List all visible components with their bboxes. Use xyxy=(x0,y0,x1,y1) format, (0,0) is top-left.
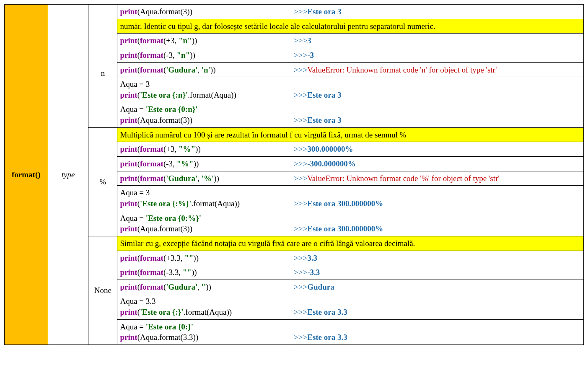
code-cell: Aqua = 3print('Este ora {:%}'.format(Aqu… xyxy=(117,186,291,211)
section-description: număr. Identic cu tipul g, dar folosește… xyxy=(117,19,584,34)
section-description: Multiplică numărul cu 100 și are rezulta… xyxy=(117,127,584,142)
code-cell: Aqua = 'Este ora {0:%}'print(Aqua.format… xyxy=(117,211,291,236)
output-cell: >>>300.000000% xyxy=(291,142,584,157)
code-token: 'n' xyxy=(202,65,210,74)
output-value: 3.3 xyxy=(307,254,317,262)
code-token: (-3.3, xyxy=(163,268,183,277)
code-token: )) xyxy=(206,282,211,291)
section-description-row: nnumăr. Identic cu tipul g, dar foloseșt… xyxy=(5,19,584,34)
output-cell: >>>3 xyxy=(291,34,584,48)
output-cell: >>>Este ora 3 xyxy=(291,102,584,127)
prompt: >>> xyxy=(294,116,307,124)
code-token: print xyxy=(120,159,137,168)
output-cell: >>>Este ora 3.3 xyxy=(291,294,584,319)
code-token: print xyxy=(120,7,137,16)
output-cell: >>>Este ora 3 xyxy=(291,5,584,19)
output-value: Este ora 300.000000% xyxy=(307,199,383,208)
code-token: Aqua = 3 xyxy=(120,80,150,88)
code-cell: print(format('Gudura', '')) xyxy=(117,280,291,294)
code-token: (Aqua.format(3)) xyxy=(137,224,192,233)
prompt: >>> xyxy=(294,333,307,342)
code-token: 'Este ora {0:}' xyxy=(146,322,193,331)
code-token: 'Este ora {:n}' xyxy=(140,91,188,99)
param-name-cell: type xyxy=(48,5,88,345)
prompt: >>> xyxy=(294,254,307,262)
code-token: (-3, xyxy=(163,51,177,60)
code-token: 'Este ora {0:%}' xyxy=(146,214,201,223)
prompt: >>> xyxy=(294,268,307,277)
prompt: >>> xyxy=(294,51,307,60)
code-cell: Aqua = 3print('Este ora {:n}'.format(Aqu… xyxy=(117,77,291,102)
code-token: format xyxy=(140,268,163,277)
prompt: >>> xyxy=(294,308,307,316)
code-token: '' xyxy=(202,282,206,291)
code-token: format xyxy=(140,174,163,183)
output-cell: >>>Este ora 3.3 xyxy=(291,319,584,345)
output-value: -3 xyxy=(307,51,314,60)
output-value: ValueError: Unknown format code '%' for … xyxy=(307,174,499,183)
output-value: Este ora 3 xyxy=(307,116,341,124)
code-cell: Aqua = 'Este ora {0:n}'print(Aqua.format… xyxy=(117,102,291,127)
code-token: format xyxy=(140,254,163,262)
code-token: "n" xyxy=(177,51,190,60)
output-value: Este ora 3.3 xyxy=(307,333,347,342)
prompt: >>> xyxy=(294,36,307,45)
code-token: print xyxy=(120,116,137,124)
prompt: >>> xyxy=(294,199,307,208)
code-token: )) xyxy=(192,268,197,277)
output-value: Este ora 3 xyxy=(307,91,341,99)
code-cell: Aqua = 'Este ora {0:}'print(Aqua.format(… xyxy=(117,319,291,345)
prompt: >>> xyxy=(294,159,307,168)
output-cell: >>>-3.3 xyxy=(291,265,584,280)
code-token: (+3.3, xyxy=(163,254,184,262)
code-token: Aqua = 3.3 xyxy=(120,297,155,306)
code-cell: print(format(-3.3, "")) xyxy=(117,265,291,280)
code-token: "" xyxy=(184,254,193,262)
prompt: >>> xyxy=(294,65,307,74)
format-spec-cell: % xyxy=(88,127,117,236)
code-token: print xyxy=(120,333,137,342)
code-token: )) xyxy=(190,51,195,60)
code-cell: print(format(-3, "n")) xyxy=(117,48,291,62)
output-value: -300.000000% xyxy=(307,159,356,168)
example-row: format()typeprint(Aqua.format(3))>>>Este… xyxy=(5,5,584,19)
code-token: print xyxy=(120,65,137,74)
output-cell: >>>Este ora 300.000000% xyxy=(291,186,584,211)
code-token: print xyxy=(120,268,137,277)
code-cell: Aqua = 3.3print('Este ora {:}'.format(Aq… xyxy=(117,294,291,319)
code-token: )) xyxy=(214,174,219,183)
code-token: , xyxy=(197,282,202,291)
output-cell: >>>Este ora 3 xyxy=(291,77,584,102)
output-cell: >>>Gudura xyxy=(291,280,584,294)
code-token: print xyxy=(120,308,137,316)
prompt: >>> xyxy=(294,282,307,291)
code-token: .format(Aqua)) xyxy=(188,91,236,99)
code-token: .format(Aqua)) xyxy=(184,308,232,316)
code-token: Aqua = xyxy=(120,105,145,114)
code-cell: print(format(+3, "%")) xyxy=(117,142,291,157)
code-cell: print(format(-3, "%")) xyxy=(117,157,291,171)
code-token: 'Este ora {:}' xyxy=(140,308,184,316)
code-token: "" xyxy=(183,268,192,277)
code-token: Aqua = 3 xyxy=(120,188,150,197)
output-cell: >>>ValueError: Unknown format code '%' f… xyxy=(291,171,584,186)
code-token: 'Este ora {0:n}' xyxy=(146,105,198,114)
output-value: 3 xyxy=(307,36,311,45)
code-token: )) xyxy=(194,159,199,168)
output-value: ValueError: Unknown format code 'n' for … xyxy=(307,65,497,74)
code-token: print xyxy=(120,145,137,153)
code-cell: print(format(+3.3, "")) xyxy=(117,251,291,265)
section-description-row: NoneSimilar cu g, excepție făcând notați… xyxy=(5,236,584,251)
code-token: print xyxy=(120,174,137,183)
code-token: (Aqua.format(3.3)) xyxy=(137,333,199,342)
prompt: >>> xyxy=(294,174,307,183)
output-value: Este ora 3.3 xyxy=(307,308,347,316)
code-token: "%" xyxy=(179,145,195,153)
prompt: >>> xyxy=(294,145,307,153)
output-value: -3.3 xyxy=(307,268,320,277)
code-token: print xyxy=(120,91,137,99)
code-cell: print(Aqua.format(3)) xyxy=(117,5,291,19)
format-spec-cell xyxy=(88,5,117,19)
code-token: (Aqua.format(3)) xyxy=(137,7,192,16)
code-token: format xyxy=(140,145,163,153)
